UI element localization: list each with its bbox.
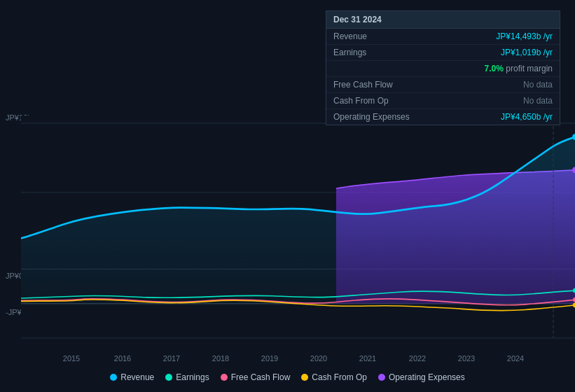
tooltip-box: Dec 31 2024 Revenue JP¥14,493b /yr Earni…	[326, 10, 560, 125]
tooltip-cashop-label: Cash From Op	[333, 96, 417, 106]
legend-cashop[interactable]: Cash From Op	[301, 372, 367, 382]
legend-earnings-dot	[165, 374, 172, 381]
x-label-2022: 2022	[409, 354, 426, 363]
legend-fcf-label: Free Cash Flow	[231, 372, 291, 382]
x-label-2019: 2019	[261, 354, 278, 363]
tooltip-cashop-row: Cash From Op No data	[326, 93, 560, 109]
x-label-2017: 2017	[163, 354, 180, 363]
tooltip-opex-row: Operating Expenses JP¥4,650b /yr	[326, 109, 560, 125]
x-label-2021: 2021	[359, 354, 376, 363]
tooltip-opex-value: JP¥4,650b /yr	[501, 112, 553, 122]
tooltip-revenue-row: Revenue JP¥14,493b /yr	[326, 29, 560, 45]
tooltip-fcf-row: Free Cash Flow No data	[326, 77, 560, 93]
legend-earnings-label: Earnings	[176, 372, 209, 382]
x-label-2018: 2018	[212, 354, 229, 363]
legend-opex-dot	[378, 374, 385, 381]
legend-opex[interactable]: Operating Expenses	[378, 372, 465, 382]
legend-fcf-dot	[221, 374, 228, 381]
tooltip-fcf-value: No data	[523, 80, 553, 90]
tooltip-margin-row: 7.0% profit margin	[326, 61, 560, 77]
x-label-2024: 2024	[507, 354, 524, 363]
legend-revenue-label: Revenue	[120, 372, 154, 382]
tooltip-earnings-row: Earnings JP¥1,019b /yr	[326, 45, 560, 61]
tooltip-revenue-value: JP¥14,493b /yr	[496, 31, 553, 41]
tooltip-earnings-value: JP¥1,019b /yr	[501, 48, 553, 57]
tooltip-date: Dec 31 2024	[326, 11, 560, 29]
legend-opex-label: Operating Expenses	[389, 372, 465, 382]
x-label-2023: 2023	[458, 354, 475, 363]
tooltip-margin-value: 7.0% profit margin	[485, 64, 553, 74]
x-label-2016: 2016	[114, 354, 131, 363]
tooltip-revenue-label: Revenue	[333, 31, 417, 41]
chart-container: Dec 31 2024 Revenue JP¥14,493b /yr Earni…	[0, 0, 575, 392]
legend-fcf[interactable]: Free Cash Flow	[221, 372, 291, 382]
tooltip-cashop-value: No data	[523, 96, 553, 106]
tooltip-opex-label: Operating Expenses	[333, 112, 417, 122]
tooltip-margin-label	[333, 64, 417, 74]
x-label-2020: 2020	[310, 354, 327, 363]
chart-area	[21, 115, 575, 354]
legend-revenue[interactable]: Revenue	[110, 372, 154, 382]
legend-cashop-dot	[301, 374, 308, 381]
chart-legend: Revenue Earnings Free Cash Flow Cash Fro…	[0, 368, 575, 386]
legend-revenue-dot	[110, 374, 117, 381]
tooltip-earnings-label: Earnings	[333, 48, 417, 57]
x-label-2015: 2015	[63, 354, 80, 363]
legend-earnings[interactable]: Earnings	[165, 372, 209, 382]
tooltip-fcf-label: Free Cash Flow	[333, 80, 417, 90]
legend-cashop-label: Cash From Op	[312, 372, 367, 382]
